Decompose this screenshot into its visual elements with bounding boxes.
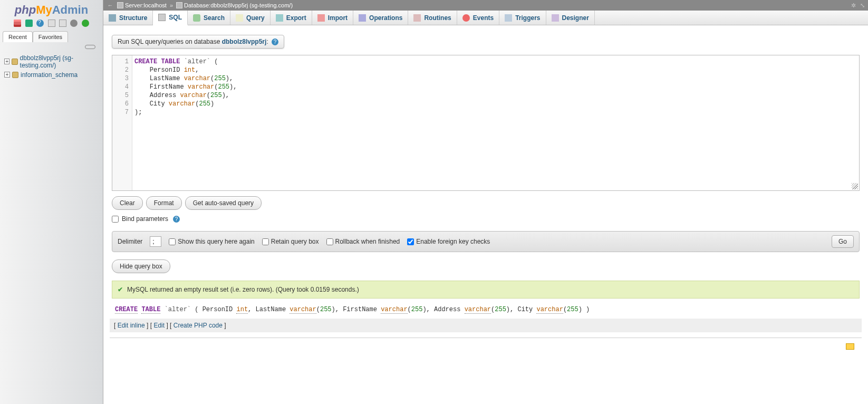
sql-editor[interactable]: 1234567 CREATE TABLE `alter` ( PersonID … <box>112 55 860 191</box>
operations-icon <box>359 14 366 22</box>
bind-params-checkbox[interactable] <box>112 216 119 223</box>
delimiter-label: Delimiter <box>118 238 142 245</box>
home-icon[interactable] <box>14 20 21 27</box>
delimiter-input[interactable] <box>150 236 161 247</box>
database-icon <box>12 59 17 65</box>
success-icon: ✔ <box>118 286 123 293</box>
query-options-bar: Delimiter Show this query here again Ret… <box>112 231 860 252</box>
database-icon <box>12 72 18 78</box>
query-icon <box>236 14 243 22</box>
show-again-checkbox[interactable] <box>169 238 176 245</box>
tab-favorites[interactable]: Favorites <box>33 31 68 42</box>
hide-query-button[interactable]: Hide query box <box>112 259 170 273</box>
bc-db-label: Database: <box>184 2 210 8</box>
tab-sql[interactable]: SQL <box>153 11 188 25</box>
routines-icon <box>413 14 421 22</box>
nav-tree: +dbbolz8lvpp5rj (sg-testing.com/)+inform… <box>0 51 103 80</box>
server-icon <box>117 2 123 8</box>
expand-icon[interactable]: + <box>4 59 9 64</box>
query-links: [ Edit inline ] [ Edit ] [ Create PHP co… <box>110 319 862 332</box>
expand-icon[interactable]: + <box>4 72 10 78</box>
tab-events[interactable]: Events <box>457 11 499 25</box>
executed-query: CREATE TABLE `alter` ( PersonID int, Las… <box>110 304 862 319</box>
tab-export[interactable]: Export <box>271 11 312 25</box>
success-message: ✔ MySQL returned an empty result set (i.… <box>112 281 860 299</box>
tab-search[interactable]: Search <box>188 11 230 25</box>
docs-icon[interactable] <box>36 20 44 27</box>
sql-icon[interactable] <box>48 20 55 27</box>
sidebar-tabs: RecentFavorites <box>3 31 100 42</box>
go-button[interactable]: Go <box>832 235 854 248</box>
resize-handle[interactable] <box>852 183 858 189</box>
tab-operations[interactable]: Operations <box>353 11 408 25</box>
tab-structure[interactable]: Structure <box>103 11 153 25</box>
link-toggle[interactable] <box>0 42 103 51</box>
panel-toggle-icon[interactable]: ⤡ <box>860 2 865 9</box>
bc-server-label: Server: <box>125 2 143 8</box>
database-icon <box>176 2 182 8</box>
rollback-checkbox[interactable] <box>326 238 333 245</box>
format-button[interactable]: Format <box>146 196 182 210</box>
nav-db-item[interactable]: +dbbolz8lvpp5rj (sg-testing.com/) <box>2 53 103 70</box>
nav-collapse-icon[interactable]: ← <box>107 2 114 8</box>
edit-link[interactable]: Edit <box>153 322 165 329</box>
create-php-link[interactable]: Create PHP code <box>173 322 223 329</box>
db-link[interactable]: dbbolz8lvpp5rj (sg-testing.com/) <box>20 54 103 69</box>
line-gutter: 1234567 <box>112 55 132 190</box>
code-area[interactable]: CREATE TABLE `alter` ( PersonID int, Las… <box>132 55 859 190</box>
query-fieldset-label: Run SQL query/queries on database dbbolz… <box>112 35 284 49</box>
edit-inline-link[interactable]: Edit inline <box>118 322 145 329</box>
reload-icon[interactable] <box>82 20 89 27</box>
settings-icon[interactable]: ✲ <box>851 2 856 9</box>
nav-settings-icon[interactable] <box>59 20 66 27</box>
tab-designer[interactable]: Designer <box>546 11 595 25</box>
editor-buttons: Clear Format Get auto-saved query <box>112 196 860 210</box>
search-icon <box>193 14 200 22</box>
bc-server-link[interactable]: localhost <box>143 2 166 8</box>
fk-checkbox[interactable] <box>407 238 414 245</box>
bookmark-icon[interactable] <box>846 343 854 350</box>
bind-params-row: Bind parameters ? <box>112 215 860 223</box>
autosaved-button[interactable]: Get auto-saved query <box>185 196 262 210</box>
tab-triggers[interactable]: Triggers <box>499 11 546 25</box>
db-link[interactable]: information_schema <box>21 71 78 79</box>
structure-icon <box>109 14 116 22</box>
help-icon[interactable]: ? <box>272 39 278 45</box>
main-tabs: StructureSQLSearchQueryExportImportOpera… <box>103 11 868 25</box>
designer-icon <box>552 14 559 22</box>
import-icon <box>317 14 325 22</box>
sql-icon <box>158 14 166 21</box>
sidebar-quick-icons <box>0 18 103 30</box>
export-icon <box>276 14 283 22</box>
tab-import[interactable]: Import <box>312 11 353 25</box>
nav-db-item[interactable]: +information_schema <box>2 70 103 80</box>
retain-checkbox[interactable] <box>262 238 269 245</box>
sidebar: phpMyAdmin RecentFavorites +dbbolz8lvpp5… <box>0 0 103 367</box>
clear-button[interactable]: Clear <box>112 196 143 210</box>
reload-nav-icon[interactable] <box>70 20 78 27</box>
logout-icon[interactable] <box>25 20 33 27</box>
tab-recent[interactable]: Recent <box>3 31 33 42</box>
main: ← Server: localhost » Database: dbbolz8l… <box>103 0 868 367</box>
bc-db-link[interactable]: dbbolz8lvpp5rj (sg-testing.com/) <box>210 2 293 8</box>
events-icon <box>462 14 470 22</box>
logo[interactable]: phpMyAdmin <box>0 0 103 18</box>
tab-query[interactable]: Query <box>230 11 271 25</box>
tab-routines[interactable]: Routines <box>408 11 457 25</box>
help-icon[interactable]: ? <box>173 216 180 223</box>
triggers-icon <box>505 14 512 22</box>
breadcrumb: ← Server: localhost » Database: dbbolz8l… <box>103 0 868 11</box>
